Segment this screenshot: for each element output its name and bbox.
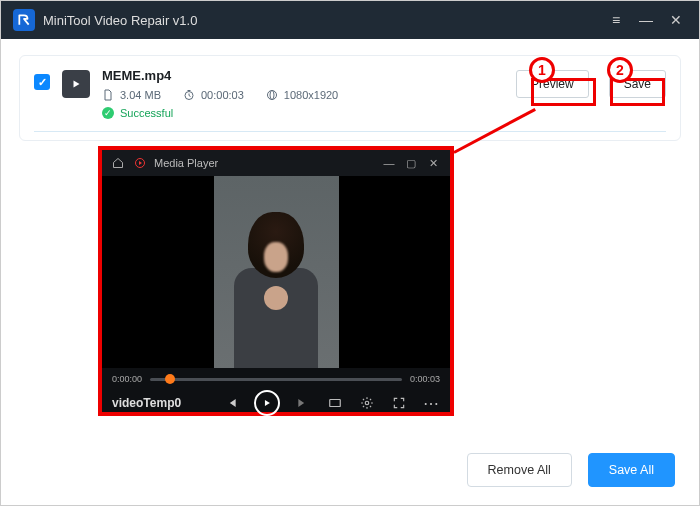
seek-track[interactable] [150, 378, 402, 381]
app-logo-icon [13, 9, 35, 31]
next-track-icon[interactable] [294, 394, 312, 412]
player-app-icon [132, 155, 148, 171]
minimize-icon[interactable]: — [635, 9, 657, 31]
svg-point-1 [267, 91, 276, 100]
video-frame [214, 176, 339, 368]
file-icon [102, 89, 114, 101]
display-mode-icon[interactable] [326, 394, 344, 412]
fullscreen-icon[interactable] [390, 394, 408, 412]
success-check-icon: ✓ [102, 107, 114, 119]
file-name: MEME.mp4 [102, 68, 504, 83]
status-text: Successful [120, 107, 173, 119]
time-total: 0:00:03 [410, 374, 440, 384]
card-divider [34, 131, 666, 132]
status-row: ✓ Successful [102, 107, 504, 119]
file-duration-stat: 00:00:03 [183, 89, 244, 101]
remove-all-button[interactable]: Remove All [467, 453, 572, 487]
close-icon[interactable]: ✕ [665, 9, 687, 31]
title-bar: MiniTool Video Repair v1.0 ≡ — ✕ [1, 1, 699, 39]
callout-badge-2: 2 [607, 57, 633, 83]
svg-point-5 [365, 401, 369, 405]
player-maximize-icon[interactable]: ▢ [402, 154, 420, 172]
svg-rect-4 [330, 400, 341, 407]
file-duration: 00:00:03 [201, 89, 244, 101]
player-close-icon[interactable]: ✕ [424, 154, 442, 172]
time-current: 0:00:00 [112, 374, 142, 384]
file-meta: MEME.mp4 3.04 MB 00:00:03 1080x1920 [102, 68, 504, 119]
player-home-icon[interactable] [110, 155, 126, 171]
video-name: videoTemp0 [112, 396, 208, 410]
file-size: 3.04 MB [120, 89, 161, 101]
save-all-button[interactable]: Save All [588, 453, 675, 487]
video-viewport[interactable] [102, 176, 450, 368]
player-controls: 0:00:00 0:00:03 videoTemp0 [102, 368, 450, 412]
more-icon[interactable]: ⋯ [422, 394, 440, 412]
play-button[interactable] [254, 390, 280, 416]
media-player-window: Media Player — ▢ ✕ 0:00:00 0:00:03 video… [98, 146, 454, 416]
menu-icon[interactable]: ≡ [605, 9, 627, 31]
settings-icon[interactable] [358, 394, 376, 412]
seek-knob[interactable] [165, 374, 175, 384]
clock-icon [183, 89, 195, 101]
file-resolution: 1080x1920 [284, 89, 338, 101]
video-content-placeholder [226, 198, 326, 368]
resolution-icon [266, 89, 278, 101]
file-checkbox[interactable] [34, 74, 50, 90]
file-size-stat: 3.04 MB [102, 89, 161, 101]
file-thumbnail-icon [62, 70, 90, 98]
window-title: MiniTool Video Repair v1.0 [43, 13, 597, 28]
player-minimize-icon[interactable]: — [380, 154, 398, 172]
file-resolution-stat: 1080x1920 [266, 89, 338, 101]
svg-point-2 [270, 91, 274, 100]
player-title: Media Player [154, 157, 376, 169]
callout-badge-1: 1 [529, 57, 555, 83]
player-titlebar: Media Player — ▢ ✕ [102, 150, 450, 176]
footer-actions: Remove All Save All [467, 453, 675, 487]
prev-track-icon[interactable] [222, 394, 240, 412]
